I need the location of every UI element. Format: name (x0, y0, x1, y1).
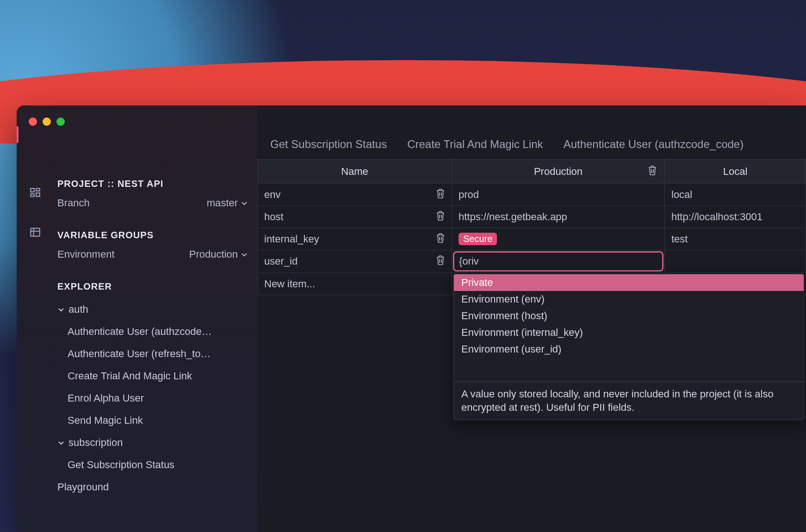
tree-label: Create Trial And Magic Link (68, 370, 192, 382)
project-title: PROJECT :: NEST API (54, 179, 257, 189)
sidebar-content: PROJECT :: NEST API Branch master VARIAB… (54, 161, 257, 532)
autocomplete-item[interactable]: Environment (internal_key) (454, 324, 804, 341)
tree-folder-auth[interactable]: auth (54, 298, 257, 321)
new-item-placeholder[interactable]: New item... (258, 273, 452, 295)
table-row: internal_key Secure test (258, 228, 806, 250)
tab-create-trial-and-magic-link[interactable]: Create Trial And Magic Link (407, 138, 543, 151)
branch-label: Branch (57, 197, 90, 209)
trash-icon (436, 210, 445, 221)
branch-value: master (207, 197, 238, 209)
svg-rect-2 (36, 193, 40, 197)
tree-label: auth (68, 303, 88, 315)
autocomplete-item[interactable]: Environment (env) (454, 291, 804, 308)
tree-item-playground[interactable]: Playground (54, 476, 257, 498)
svg-rect-0 (31, 188, 34, 192)
chevron-down-icon (241, 251, 248, 258)
trash-icon (436, 188, 445, 198)
delete-column-button[interactable] (648, 165, 657, 178)
chevron-down-icon (57, 439, 65, 446)
maximize-window-button[interactable] (56, 118, 65, 126)
variable-value-cell[interactable]: http://localhost:3001 (665, 206, 806, 228)
variable-value-cell[interactable]: prod (452, 184, 665, 206)
cell-input-wrap (453, 251, 663, 272)
tab-get-subscription-status[interactable]: Get Subscription Status (270, 138, 387, 151)
minimize-window-button[interactable] (43, 118, 51, 126)
delete-row-button[interactable] (436, 210, 445, 223)
column-header-local: Local (665, 160, 806, 184)
sidebar: PROJECT :: NEST API Branch master VARIAB… (17, 105, 257, 532)
variable-value-cell[interactable] (665, 250, 806, 273)
secure-badge: Secure (459, 233, 497, 245)
tree-label: Enrol Alpha User (68, 392, 144, 404)
autocomplete-item-private[interactable]: Private (454, 274, 804, 291)
delete-row-button[interactable] (436, 188, 445, 201)
explorer-title: EXPLORER (54, 281, 257, 292)
column-header-name: Name (258, 160, 452, 184)
tree-label: Authenticate User (refresh_to… (68, 348, 211, 360)
table-row: user_id (258, 250, 806, 273)
tree-item[interactable]: Get Subscription Status (54, 454, 257, 476)
app-window: PROJECT :: NEST API Branch master VARIAB… (17, 105, 806, 532)
trash-icon (648, 165, 657, 175)
autocomplete-list: Private Environment (env) Environment (h… (454, 274, 804, 382)
tree-label: Send Magic Link (68, 414, 143, 427)
trash-icon (436, 233, 445, 243)
project-section: PROJECT :: NEST API Branch master (54, 179, 257, 214)
nav-rail (17, 161, 54, 532)
main-panel: Get Subscription Status Create Trial And… (257, 105, 806, 532)
tree-label: Authenticate User (authzcode… (68, 326, 212, 338)
variable-value-cell[interactable]: https://nest.getbeak.app (452, 206, 665, 228)
trash-icon (436, 255, 445, 265)
variable-value-cell[interactable]: test (665, 228, 806, 250)
autocomplete-item[interactable]: Environment (host) (454, 308, 804, 324)
autocomplete-popup: Private Environment (env) Environment (h… (453, 274, 804, 420)
svg-rect-4 (31, 228, 40, 236)
branch-selector[interactable]: Branch master (54, 192, 257, 214)
chevron-down-icon (57, 306, 65, 313)
variable-value-cell[interactable]: local (665, 184, 806, 206)
tree-item[interactable]: Authenticate User (authzcode… (54, 321, 257, 343)
window-controls (29, 118, 65, 126)
column-header-label: Production (534, 166, 583, 177)
nav-rail-active-marker (17, 126, 19, 143)
environment-selector[interactable]: Environment Production (54, 243, 257, 266)
variable-value-cell-editing[interactable] (452, 250, 665, 273)
svg-rect-1 (36, 188, 40, 191)
variable-groups-title: VARIABLE GROUPS (54, 230, 257, 241)
variable-name-cell[interactable]: host (258, 206, 452, 228)
tree-item[interactable]: Create Trial And Magic Link (54, 365, 257, 387)
environment-label: Environment (57, 248, 115, 260)
tree-label: Playground (57, 481, 109, 493)
tree-label: Get Subscription Status (68, 459, 174, 471)
autocomplete-item[interactable]: Environment (user_id) (454, 341, 804, 358)
environment-value: Production (189, 248, 238, 260)
nav-variables-icon[interactable] (17, 218, 54, 246)
table-row: env prod local (258, 184, 806, 206)
tree-folder-subscription[interactable]: subscription (54, 432, 257, 454)
variable-value-cell[interactable]: Secure (452, 228, 665, 250)
delete-row-button[interactable] (436, 255, 445, 268)
close-window-button[interactable] (29, 118, 37, 126)
variable-value-input[interactable] (459, 255, 657, 267)
svg-rect-3 (31, 194, 34, 196)
tab-authenticate-user[interactable]: Authenticate User (authzcode_code) (564, 138, 744, 151)
tree-label: subscription (68, 437, 123, 449)
table-row: host https://nest.getbeak.app http://loc… (258, 206, 806, 228)
tree-item[interactable]: Enrol Alpha User (54, 387, 257, 409)
autocomplete-description: A value only stored locally, and never i… (454, 382, 804, 420)
tabs-bar: Get Subscription Status Create Trial And… (257, 105, 806, 159)
variable-groups-section: VARIABLE GROUPS Environment Production (54, 230, 257, 266)
variable-name-cell[interactable]: user_id (258, 250, 452, 273)
variable-name-cell[interactable]: env (258, 184, 452, 206)
explorer-section: EXPLORER auth Authenticate User (authzco… (54, 281, 257, 498)
column-header-production: Production (452, 160, 665, 184)
nav-project-icon[interactable] (17, 179, 54, 206)
tree-item[interactable]: Authenticate User (refresh_to… (54, 343, 257, 365)
delete-row-button[interactable] (436, 233, 445, 246)
variable-name-cell[interactable]: internal_key (258, 228, 452, 250)
tree-item[interactable]: Send Magic Link (54, 409, 257, 432)
chevron-down-icon (241, 199, 248, 207)
